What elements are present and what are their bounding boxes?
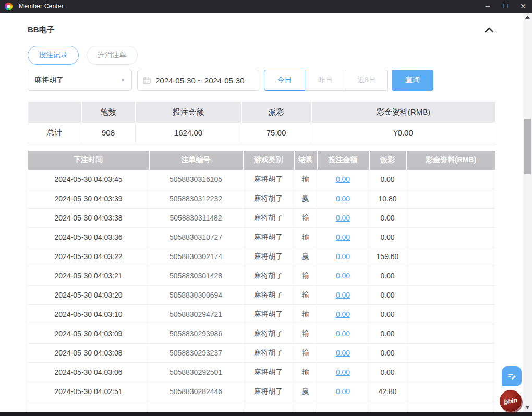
payout: 0.00	[369, 170, 406, 189]
app-logo-icon	[5, 3, 13, 10]
bet-amount-link[interactable]: 0.00	[336, 368, 350, 376]
order-number: 5058830302174	[149, 247, 243, 266]
scrollbar-thumb[interactable]	[524, 119, 531, 174]
game-select-value: 麻将胡了	[34, 76, 64, 85]
bet-amount-link[interactable]: 0.00	[336, 252, 350, 261]
date-range-picker[interactable]: 2024-05-30 ~ 2024-05-30	[137, 70, 259, 91]
bet-amount: 0.00	[317, 228, 369, 247]
summary-total-count: 908	[81, 123, 136, 143]
result: 输	[294, 324, 317, 344]
titlebar: Member Center ─ ☐ ✕	[0, 0, 532, 13]
summary-header-bet-amount: 投注金额	[136, 102, 241, 123]
summary-header-payout: 派彩	[241, 102, 311, 123]
feedback-chat-button[interactable]	[502, 366, 522, 386]
search-button[interactable]: 查询	[392, 70, 433, 91]
order-number: 5058830294721	[149, 305, 243, 324]
jackpot-info	[406, 247, 495, 266]
result: 输	[294, 286, 317, 305]
panel-header: BB电子	[28, 25, 495, 35]
header-bet-time: 下注时间	[28, 151, 149, 170]
bbin-logo[interactable]: bbin	[500, 390, 522, 412]
payout: 0.00	[369, 286, 406, 305]
bet-amount-link[interactable]: 0.00	[336, 387, 350, 396]
bet-amount-link[interactable]: 0.00	[336, 310, 350, 319]
bet-amount-link[interactable]: 0.00	[336, 175, 350, 183]
chevron-down-icon: ▼	[120, 78, 125, 83]
bet-time: 2024-05-30 04:03:21	[28, 266, 149, 286]
summary-header-count: 笔数	[81, 102, 136, 123]
bet-time: 2024-05-30 04:02:51	[28, 382, 149, 401]
payout	[369, 401, 406, 412]
jackpot-info	[406, 228, 495, 247]
bet-time: 2024-05-30 04:03:38	[28, 209, 149, 228]
summary-header-jackpot: 彩金资料(RMB)	[311, 102, 495, 123]
order-number: 5058830310727	[149, 228, 243, 247]
order-number: 5058830300694	[149, 286, 243, 305]
game-category: 麻将胡了	[243, 228, 294, 247]
section-title: BB电子	[28, 25, 55, 35]
bet-amount: 0.00	[317, 382, 369, 401]
payout: 0.00	[369, 228, 406, 247]
bet-amount-link[interactable]: 0.00	[336, 349, 350, 357]
bet-amount-link[interactable]: 0.00	[336, 291, 350, 299]
bbin-logo-text: bbin	[503, 396, 518, 406]
window-title: Member Center	[19, 3, 64, 10]
result: 输	[294, 344, 317, 363]
bet-time: 2024-05-30 04:03:08	[28, 344, 149, 363]
game-category: 麻将胡了	[243, 344, 294, 363]
header-game-category: 游戏类别	[243, 151, 294, 170]
table-row	[28, 401, 495, 412]
bet-amount-link[interactable]: 0.00	[336, 194, 350, 203]
jackpot-info	[406, 170, 495, 189]
bet-amount: 0.00	[317, 209, 369, 228]
summary-table: 笔数 投注金额 派彩 彩金资料(RMB) 总计 908 1624.00 75.0…	[28, 102, 495, 143]
bet-time: 2024-05-30 04:03:06	[28, 363, 149, 382]
summary-header-row: 笔数 投注金额 派彩 彩金资料(RMB)	[28, 102, 495, 123]
payout: 0.00	[369, 324, 406, 344]
table-row: 2024-05-30 04:03:385058830311482麻将胡了输0.0…	[28, 209, 495, 228]
result: 输	[294, 228, 317, 247]
bet-time: 2024-05-30 04:03:45	[28, 170, 149, 189]
maximize-button[interactable]: ☐	[497, 0, 514, 13]
bet-time: 2024-05-30 04:03:39	[28, 189, 149, 209]
table-row: 2024-05-30 04:03:105058830294721麻将胡了输0.0…	[28, 305, 495, 324]
scroll-down-arrow-icon[interactable]	[523, 403, 532, 411]
tab-bet-records[interactable]: 投注记录	[28, 46, 79, 65]
scroll-up-arrow-icon[interactable]	[523, 14, 532, 21]
summary-total-row: 总计 908 1624.00 75.00 ¥0.00	[28, 123, 495, 143]
bet-amount: 0.00	[317, 286, 369, 305]
payout: 0.00	[369, 266, 406, 286]
vertical-scrollbar[interactable]	[523, 13, 532, 412]
yesterday-button[interactable]: 昨日	[305, 70, 346, 91]
bet-amount: 0.00	[317, 189, 369, 209]
payout: 0.00	[369, 363, 406, 382]
jackpot-info	[406, 401, 495, 412]
bet-amount-link[interactable]: 0.00	[336, 329, 350, 338]
table-row: 2024-05-30 04:03:065058830292501麻将胡了输0.0…	[28, 363, 495, 382]
jackpot-info	[406, 305, 495, 324]
calendar-icon	[143, 77, 151, 84]
game-select[interactable]: 麻将胡了 ▼	[28, 70, 132, 91]
game-category: 麻将胡了	[243, 209, 294, 228]
order-number: 5058830293986	[149, 324, 243, 344]
close-button[interactable]: ✕	[514, 0, 532, 13]
result: 输	[294, 363, 317, 382]
game-category: 麻将胡了	[243, 363, 294, 382]
summary-header-empty	[28, 102, 81, 123]
order-number: 5058830301428	[149, 266, 243, 286]
minimize-button[interactable]: ─	[479, 0, 497, 13]
records-table: 下注时间 注单编号 游戏类别 结果 投注金额 派彩 彩金资料(RMB) 2024…	[28, 151, 495, 412]
date-range-value: 2024-05-30 ~ 2024-05-30	[155, 76, 245, 85]
jackpot-info	[406, 382, 495, 401]
bet-amount-link[interactable]: 0.00	[336, 233, 350, 241]
table-row: 2024-05-30 04:02:515058830282446麻将胡了赢0.0…	[28, 382, 495, 401]
result: 输	[294, 266, 317, 286]
game-category	[243, 401, 294, 412]
tab-cancelled-orders[interactable]: 连消注单	[87, 46, 138, 65]
today-button[interactable]: 今日	[264, 70, 305, 91]
collapse-chevron-up-icon[interactable]	[483, 26, 495, 35]
last-8-days-button[interactable]: 近8日	[346, 70, 388, 91]
bet-amount-link[interactable]: 0.00	[336, 214, 350, 222]
bet-amount-link[interactable]: 0.00	[336, 272, 350, 280]
header-payout: 派彩	[369, 151, 406, 170]
